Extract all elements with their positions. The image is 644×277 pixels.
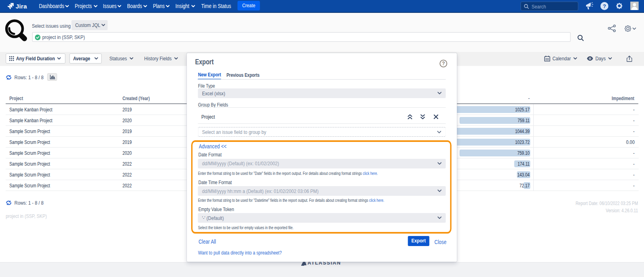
svg-text:?: ? (603, 3, 606, 9)
svg-text:Jira: Jira (16, 3, 27, 10)
svg-text:?: ? (442, 61, 445, 66)
